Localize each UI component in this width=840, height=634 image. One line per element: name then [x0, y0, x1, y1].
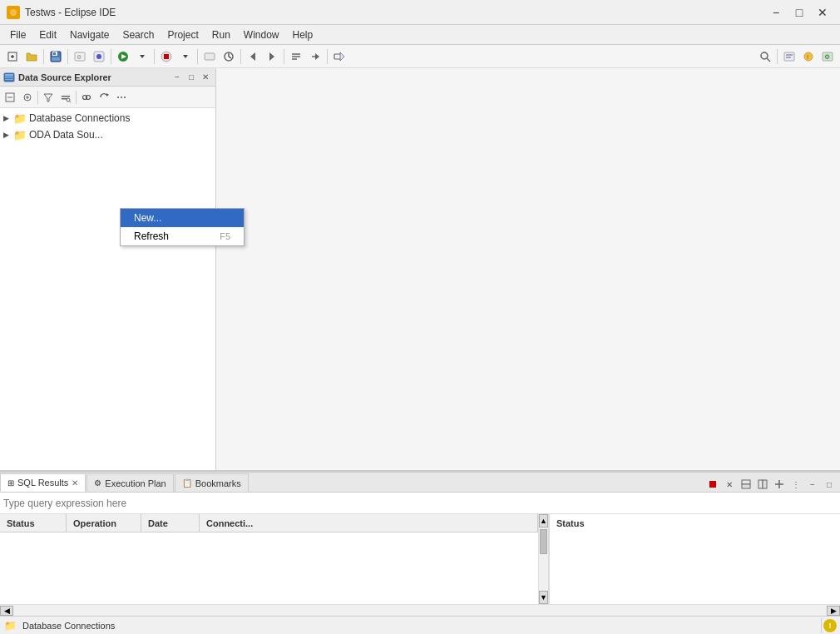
toolbar-share[interactable]: [330, 47, 348, 66]
main-area: Data Source Explorer − □ ✕: [0, 68, 840, 470]
toolbar-new[interactable]: [3, 47, 22, 66]
menu-help[interactable]: Help: [286, 26, 320, 44]
btab-min[interactable]: −: [805, 477, 820, 492]
toolbar-back[interactable]: [244, 47, 262, 66]
btab-t1[interactable]: [739, 477, 754, 492]
status-warning-icon: !: [823, 619, 837, 632]
panel-title: Data Source Explorer: [18, 72, 111, 82]
svg-marker-24: [269, 52, 274, 61]
toolbar-nav2[interactable]: [306, 47, 324, 66]
svg-rect-17: [164, 54, 169, 59]
results-scrollbar-h[interactable]: ◀ ▶: [0, 604, 840, 616]
minimize-button[interactable]: −: [765, 3, 787, 22]
svg-marker-58: [106, 93, 109, 97]
scroll-left-btn[interactable]: ◀: [0, 606, 13, 616]
exec-plan-icon: ⚙: [94, 478, 101, 488]
ptb-collapse[interactable]: [2, 89, 18, 106]
toolbar-t2[interactable]: [220, 47, 238, 66]
scroll-down-btn[interactable]: ▼: [539, 591, 548, 604]
svg-point-61: [124, 97, 126, 98]
sql-query-input[interactable]: [3, 498, 837, 509]
scroll-right-btn[interactable]: ▶: [827, 606, 840, 616]
tree-item-db-connections[interactable]: ▶ 📁 Database Connections: [0, 110, 215, 126]
toolbar-save[interactable]: [47, 47, 65, 66]
svg-rect-43: [5, 77, 13, 78]
svg-rect-8: [52, 57, 60, 61]
app-icon: [7, 6, 20, 19]
toolbar-run[interactable]: [114, 47, 132, 66]
tab-sql-results-close[interactable]: ✕: [72, 478, 78, 488]
ptb-properties[interactable]: [57, 89, 74, 106]
ptb-expand[interactable]: [19, 89, 36, 106]
right-panel: [216, 68, 840, 470]
menu-run[interactable]: Run: [205, 26, 237, 44]
ptb-link[interactable]: [78, 89, 95, 106]
ptb-filter[interactable]: [40, 89, 57, 106]
menu-search[interactable]: Search: [116, 26, 161, 44]
svg-line-22: [229, 57, 231, 58]
svg-marker-31: [340, 52, 344, 61]
folder-icon-oda: 📁: [13, 128, 27, 141]
svg-point-12: [96, 54, 101, 59]
panel-maximize[interactable]: □: [185, 71, 198, 84]
ctx-menu-new[interactable]: New...: [121, 209, 244, 227]
toolbar-forward[interactable]: [263, 47, 281, 66]
toolbar-run-dropdown[interactable]: [133, 47, 151, 66]
toolbar-debug[interactable]: [90, 47, 108, 66]
svg-text:⚙: ⚙: [824, 53, 830, 61]
panel-minimize[interactable]: −: [170, 71, 184, 84]
svg-rect-44: [5, 79, 13, 80]
toolbar-extra3[interactable]: ⚙: [818, 47, 837, 66]
toolbar-nav1[interactable]: [287, 47, 305, 66]
sql-table-body: [0, 532, 538, 604]
toolbar-stop[interactable]: [157, 47, 175, 66]
maximize-button[interactable]: □: [788, 3, 810, 22]
sql-table-header: Status Operation Date Connecti...: [0, 514, 538, 532]
toolbar-search[interactable]: [756, 47, 774, 66]
toolbar-build[interactable]: ⚙: [71, 47, 89, 66]
toolbar-extra1[interactable]: [780, 47, 798, 66]
toolbar-stop-dropdown[interactable]: [176, 47, 195, 66]
menu-window[interactable]: Window: [237, 26, 286, 44]
ctx-menu-refresh[interactable]: Refresh F5: [121, 227, 244, 245]
toolbar-open[interactable]: [22, 47, 41, 66]
status-panel-header: Status: [550, 514, 840, 532]
tab-sql-results[interactable]: ⊞ SQL Results ✕: [0, 473, 86, 492]
btab-dots[interactable]: ⋮: [788, 477, 803, 492]
close-button[interactable]: ✕: [812, 3, 833, 22]
tab-execution-plan[interactable]: ⚙ Execution Plan: [86, 473, 173, 492]
tree-item-oda[interactable]: ▶ 📁 ODA Data Sou...: [0, 126, 215, 143]
menu-bar: File Edit Navigate Search Project Run Wi…: [0, 25, 840, 45]
toolbar-extra2[interactable]: !: [799, 47, 818, 66]
svg-marker-15: [140, 55, 145, 58]
panel-close[interactable]: ✕: [199, 71, 212, 84]
menu-navigate[interactable]: Navigate: [63, 26, 116, 44]
col-status: Status: [0, 514, 67, 532]
svg-rect-65: [758, 480, 763, 488]
col-date: Date: [141, 514, 200, 532]
btab-close2[interactable]: ✕: [722, 477, 737, 492]
svg-line-33: [767, 58, 770, 62]
svg-point-60: [121, 97, 122, 98]
svg-marker-29: [315, 53, 319, 60]
tree-expand-arrow-2: ▶: [3, 131, 13, 139]
title-bar: Testws - Eclipse IDE − □ ✕: [0, 0, 840, 25]
menu-project[interactable]: Project: [161, 26, 205, 44]
tab-bookmarks[interactable]: 📋 Bookmarks: [175, 473, 249, 492]
scroll-up-btn[interactable]: ▲: [539, 514, 548, 528]
btab-stop[interactable]: [705, 477, 720, 492]
btab-t3[interactable]: [772, 477, 787, 492]
menu-edit[interactable]: Edit: [32, 26, 63, 44]
btab-t2[interactable]: [755, 477, 770, 492]
panel-icon: [3, 72, 15, 83]
status-folder-icon: 📁: [3, 619, 17, 632]
svg-marker-23: [250, 52, 255, 61]
toolbar-t1[interactable]: [200, 47, 219, 66]
ptb-sync[interactable]: [96, 89, 112, 106]
svg-rect-64: [742, 484, 750, 488]
window-controls: − □ ✕: [765, 3, 833, 22]
ptb-menu[interactable]: [113, 89, 130, 106]
menu-file[interactable]: File: [3, 26, 32, 44]
btab-max[interactable]: □: [822, 477, 837, 492]
results-scrollbar-v[interactable]: ▲ ▼: [538, 514, 548, 604]
